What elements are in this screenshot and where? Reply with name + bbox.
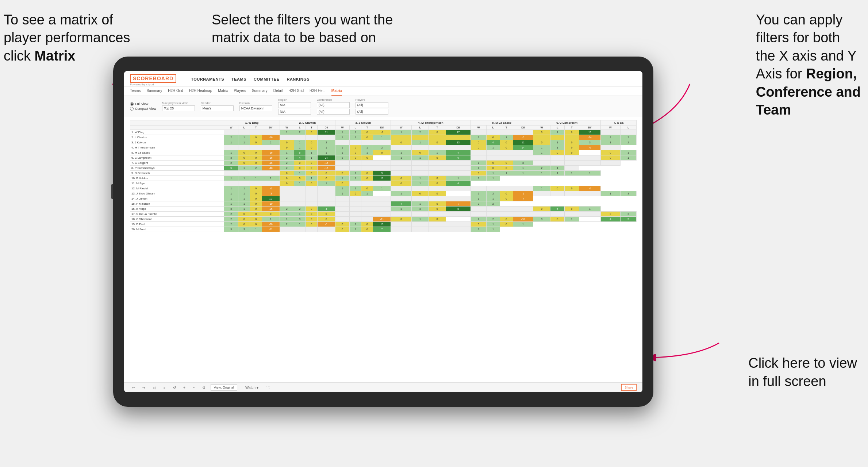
matrix-cell [513,155,533,161]
matrix-cell [335,140,350,145]
matrix-cell: 4 [318,207,335,212]
matrix-cell [513,186,533,191]
full-view-radio[interactable] [130,102,134,106]
matrix-cell [411,186,429,191]
share-btn[interactable]: Share [621,384,637,391]
matrix-cell: 1 [373,135,391,140]
matrix-cell [306,201,317,207]
players-select-2[interactable]: (All) [356,109,388,115]
col-header-1: 1. W Ding [224,120,280,126]
subnav-summary2[interactable]: Summary [252,86,268,96]
settings-btn[interactable]: ⚙ [200,385,208,391]
subnav-h2h-grid2[interactable]: H2H Grid [288,86,304,96]
gender-select[interactable]: Men's [201,105,234,111]
matrix-cell [349,161,361,166]
back-btn[interactable]: ◁ [150,385,158,391]
matrix-cell [335,161,350,166]
undo-btn[interactable]: ↩ [130,385,137,391]
matrix-cell [565,212,579,217]
nav-tournaments[interactable]: TOURNAMENTS [191,77,224,84]
matrix-cell: 0 [565,150,579,155]
sub-t-2: T [306,126,317,130]
division-select[interactable]: NCAA Division I [239,105,272,111]
region-select-2[interactable]: N/A [278,109,311,115]
matrix-cell: 0 [349,150,361,155]
compact-view-option[interactable]: Compact View [130,107,156,111]
matrix-cell: 2 [487,217,500,222]
subnav-summary[interactable]: Summary [146,86,162,96]
matrix-cell: 3 [513,161,533,166]
full-view-option[interactable]: Full View [130,102,156,106]
matrix-cell [579,217,601,222]
sub-dif-5: Dif [513,126,533,130]
nav-rankings[interactable]: RANKINGS [287,77,310,84]
players-select-1[interactable]: (All) [356,102,388,108]
subnav-h2h-heatmap[interactable]: H2H Heatmap [189,86,212,96]
matrix-cell: 0 [500,222,513,227]
matrix-cell: 1 [487,176,500,181]
sub-nav: Teams Summary H2H Grid H2H Heatmap Matri… [124,86,642,96]
subnav-matrix2[interactable]: Matrix [331,86,342,96]
matrix-cell: 2 [280,207,294,212]
sub-l-7: L [620,126,636,130]
col-header-2: 2. L Clanton [280,120,335,126]
matrix-cell [361,161,373,166]
matrix-cell [429,222,446,227]
matrix-cell: 13 [446,140,471,145]
zoom-out-btn[interactable]: − [191,385,197,391]
matrix-cell: 1 [550,130,565,135]
matrix-cell: 0 [500,166,513,171]
matrix-cell: 3 [224,207,238,212]
sub-l-3: L [349,126,361,130]
matrix-cell: 0 [361,186,373,191]
players-label: Players [356,98,388,101]
matrix-cell [411,196,429,201]
region-select-1[interactable]: N/A [278,102,311,108]
matrix-cell [411,171,429,176]
matrix-cell: 2 [294,207,306,212]
matrix-cell: 14 [513,145,533,150]
view-original-btn[interactable]: View: Original [211,384,237,391]
compact-view-radio[interactable] [130,107,134,111]
refresh-btn[interactable]: ↺ [171,385,178,391]
subnav-h2h-grid[interactable]: H2H Grid [168,86,183,96]
sub-t-5: T [500,126,513,130]
conference-select-1[interactable]: (All) [317,102,350,108]
subnav-detail[interactable]: Detail [273,86,283,96]
matrix-cell: 0 [306,130,317,135]
matrix-cell [601,145,620,150]
matrix-cell [318,227,335,232]
matrix-cell: 3 [411,207,429,212]
matrix-cell: 1 [349,171,361,176]
matrix-cell: 2 [224,222,238,227]
matrix-cell: -6 [579,145,601,150]
forward-btn[interactable]: ▷ [161,385,168,391]
matrix-cell [335,196,350,201]
max-players-select[interactable]: Top 25 [162,105,195,111]
sub-l-2: L [294,126,306,130]
watch-btn[interactable]: Watch ▾ [243,385,261,391]
matrix-cell: -7 [513,196,533,201]
player-name-cell: 11. M Ege [130,181,224,186]
screen-btn[interactable]: ⛶ [264,385,272,391]
subnav-h2h-he[interactable]: H2H He... [310,86,326,96]
subnav-teams[interactable]: Teams [130,86,141,96]
player-name-cell: 20. M Ford [130,227,224,232]
matrix-cell [306,196,317,201]
matrix-cell: 3 [533,217,550,222]
matrix-cell: 2 [280,155,294,161]
nav-teams[interactable]: TEAMS [231,77,246,84]
subnav-players[interactable]: Players [234,86,246,96]
matrix-cell [565,135,579,140]
zoom-in-btn[interactable]: + [181,385,188,391]
conference-select-2[interactable]: (All) [317,109,350,115]
matrix-cell: 1 [224,176,238,181]
matrix-cell [446,186,471,191]
nav-committee[interactable]: COMMITTEE [254,77,280,84]
matrix-cell: 1 [224,150,238,155]
matrix-cell: 1 [294,222,306,227]
redo-btn[interactable]: ↪ [140,385,147,391]
matrix-cell: 3 [391,207,412,212]
matrix-cell: 1 [238,166,250,171]
subnav-matrix[interactable]: Matrix [218,86,228,96]
